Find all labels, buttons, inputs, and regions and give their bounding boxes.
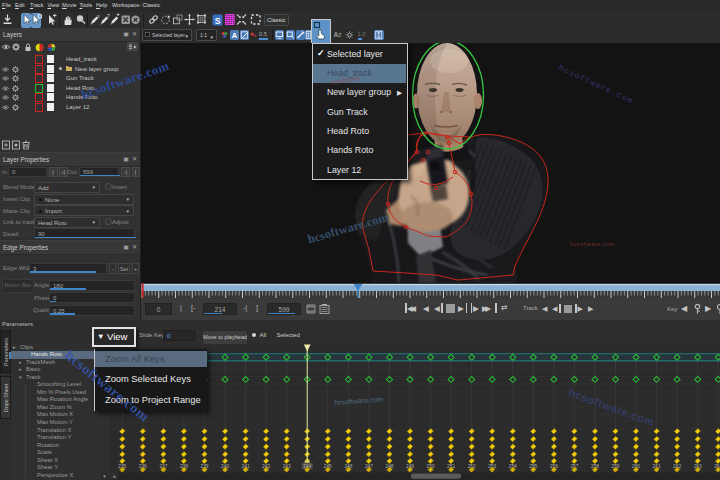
svg-text:S: S [214,15,220,25]
svg-text:A: A [232,31,238,40]
